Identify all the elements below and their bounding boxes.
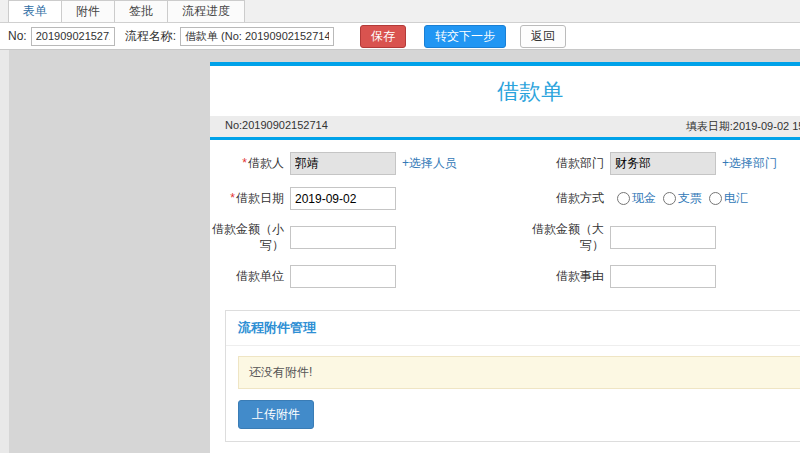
loan-unit-label: 借款单位 — [210, 269, 290, 285]
upload-attachment-button[interactable]: 上传附件 — [238, 400, 314, 429]
method-wire-label[interactable]: 电汇 — [724, 190, 748, 207]
process-name-input[interactable] — [180, 27, 334, 46]
no-input[interactable] — [31, 27, 115, 46]
loan-method-group: 现金 支票 电汇 — [610, 190, 748, 207]
tab-approval[interactable]: 签批 — [115, 0, 168, 22]
tab-bar: 表单 附件 签批 流程进度 — [0, 0, 800, 23]
select-department-link[interactable]: +选择部门 — [722, 155, 777, 172]
loan-form: *借款人 +选择人员 借款部门 +选择部门 *借款日期 借款方式 — [210, 140, 800, 298]
department-label: 借款部门 — [530, 156, 610, 172]
content-area: 借款单 No:20190902152714 填表日期:2019-09-02 15… — [0, 50, 800, 453]
loan-reason-label: 借款事由 — [530, 269, 610, 285]
doc-number: No:20190902152714 — [225, 119, 328, 134]
required-marker: * — [230, 191, 235, 205]
loan-date-label: *借款日期 — [210, 191, 290, 207]
amount-lower-label: 借款金额（小写） — [210, 222, 290, 253]
page-title: 借款单 — [210, 66, 800, 116]
process-name-label: 流程名称: — [125, 28, 176, 45]
department-input[interactable] — [610, 152, 716, 175]
loan-method-label: 借款方式 — [530, 191, 610, 207]
tab-progress[interactable]: 流程进度 — [168, 0, 245, 22]
loan-date-input[interactable] — [290, 187, 396, 210]
loan-unit-input[interactable] — [290, 265, 396, 288]
loan-form-panel: 借款单 No:20190902152714 填表日期:2019-09-02 15… — [210, 62, 800, 453]
amount-upper-input[interactable] — [610, 226, 716, 249]
method-radio-cash[interactable] — [617, 192, 630, 205]
method-check-label[interactable]: 支票 — [678, 190, 702, 207]
next-step-button[interactable]: 转交下一步 — [424, 25, 506, 48]
loan-reason-input[interactable] — [610, 265, 716, 288]
back-button[interactable]: 返回 — [520, 25, 566, 48]
meta-bar: No:20190902152714 填表日期:2019-09-02 15:27:… — [210, 116, 800, 137]
amount-upper-label: 借款金额（大写） — [530, 222, 610, 253]
borrower-input[interactable] — [290, 152, 396, 175]
attachments-section: 流程附件管理 还没有附件! 上传附件 — [225, 310, 800, 442]
no-label: No: — [8, 29, 27, 43]
method-cash-label[interactable]: 现金 — [632, 190, 656, 207]
required-marker: * — [242, 156, 247, 170]
toolbar: No: 流程名称: 保存 转交下一步 返回 — [0, 23, 800, 50]
left-gutter — [0, 50, 9, 453]
save-button[interactable]: 保存 — [360, 25, 406, 48]
fill-date: 填表日期:2019-09-02 15:27:17 — [686, 119, 800, 134]
amount-lower-input[interactable] — [290, 226, 396, 249]
tab-form[interactable]: 表单 — [8, 0, 62, 22]
borrower-label: *借款人 — [210, 156, 290, 172]
tab-attachments[interactable]: 附件 — [62, 0, 115, 22]
method-radio-check[interactable] — [663, 192, 676, 205]
select-person-link[interactable]: +选择人员 — [402, 155, 457, 172]
no-attachments-notice: 还没有附件! — [238, 356, 800, 389]
attachments-title: 流程附件管理 — [226, 311, 800, 346]
method-radio-wire[interactable] — [709, 192, 722, 205]
